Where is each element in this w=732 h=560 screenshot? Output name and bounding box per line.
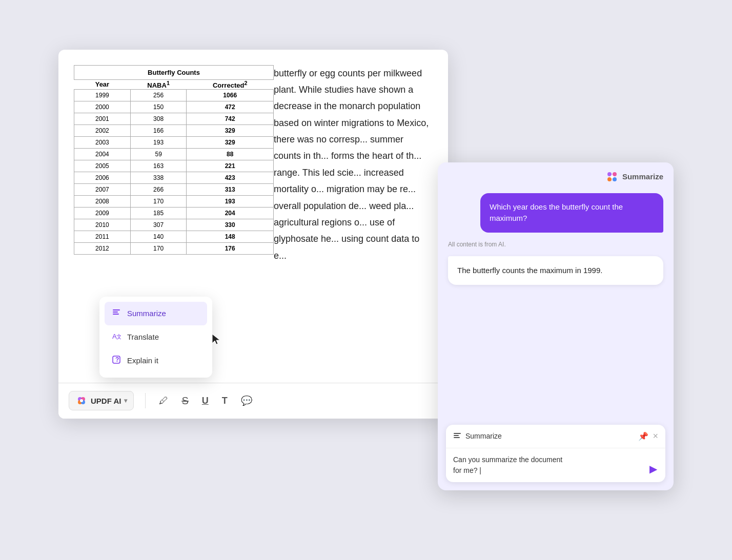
dropdown-item-translate[interactable]: A 文 Translate (105, 325, 207, 349)
text-tool[interactable]: T (220, 393, 230, 408)
ai-response-bubble: The butterfly counts the maximum in 1999… (448, 256, 663, 285)
table-row: 2003193329 (74, 136, 274, 148)
input-mode-icon (453, 432, 461, 440)
ai-input-field: Can you summarize the document for me? |… (446, 448, 665, 482)
document-panel: Butterfly Counts Year NABA1 Corrected2 1… (58, 50, 448, 419)
toolbar: UPDF AI ▾ 🖊 S U T 💬 (58, 383, 448, 419)
cursor-arrow (211, 333, 222, 349)
dropdown-item-summarize[interactable]: Summarize (105, 302, 207, 325)
ai-input-header: Summarize 📌 × (446, 425, 665, 448)
table-row: 2005163221 (74, 160, 274, 172)
user-question-text: Which year does the butterfly count the … (490, 202, 623, 223)
svg-rect-5 (113, 309, 120, 310)
dropdown-item-explain[interactable]: ? Explain it (105, 349, 207, 372)
svg-point-4 (80, 399, 83, 402)
svg-point-15 (613, 177, 617, 181)
close-button[interactable]: × (653, 431, 658, 442)
table-row: 2002166329 (74, 125, 274, 136)
table-row: 2008170193 (74, 195, 274, 207)
ai-input-area: Summarize 📌 × Can you summarize the docu… (446, 425, 665, 482)
highlight-tool[interactable]: 🖊 (157, 393, 170, 408)
strikethrough-tool[interactable]: S (179, 393, 190, 409)
explain-icon: ? (112, 355, 121, 366)
document-text: butterfly or egg counts per milkweed pla… (274, 65, 433, 264)
ai-mode-header: Summarize (438, 162, 674, 183)
underline-tool[interactable]: U (200, 393, 211, 408)
svg-rect-17 (454, 433, 461, 434)
col-naba: NABA1 (130, 79, 187, 89)
table-row: 2006338423 (74, 172, 274, 183)
toolbar-chevron-icon: ▾ (124, 397, 127, 404)
svg-point-12 (607, 172, 612, 176)
summarize-icon (112, 308, 121, 319)
svg-rect-7 (113, 314, 119, 315)
ai-chat-input[interactable]: Can you summarize the document for me? | (453, 454, 644, 476)
ai-send-button[interactable]: ▶ (648, 462, 658, 476)
ai-response-text: The butterfly counts the maximum in 1999… (457, 266, 602, 275)
translate-label: Translate (127, 333, 159, 341)
svg-rect-18 (454, 435, 459, 436)
summarize-label: Summarize (127, 309, 166, 318)
butterfly-table-container: Butterfly Counts Year NABA1 Corrected2 1… (74, 65, 274, 255)
toolbar-brand-label: UPDF AI (91, 397, 121, 405)
ai-chat-panel: Summarize Which year does the butterfly … (438, 162, 674, 490)
svg-point-13 (613, 172, 617, 176)
explain-label: Explain it (127, 356, 158, 365)
table-title: Butterfly Counts (74, 65, 274, 79)
updf-ai-button[interactable]: UPDF AI ▾ (69, 391, 134, 410)
table-row: 2012170176 (74, 242, 274, 254)
butterfly-table: Butterfly Counts Year NABA1 Corrected2 1… (74, 65, 274, 255)
user-message-bubble: Which year does the butterfly count the … (480, 193, 663, 233)
ai-panel-body: Which year does the butterfly count the … (438, 183, 674, 425)
table-row: 20045988 (74, 148, 274, 160)
table-row: 19992561066 (74, 89, 274, 101)
toolbar-separator (145, 393, 146, 408)
updf-logo-icon (75, 395, 88, 407)
table-row: 2000150472 (74, 101, 274, 113)
ai-mode-label: Summarize (622, 172, 663, 181)
comment-tool[interactable]: 💬 (239, 393, 254, 408)
ai-dropdown-menu: Summarize A 文 Translate ? E (99, 297, 212, 378)
table-row: 2007266313 (74, 183, 274, 195)
table-row: 2009185204 (74, 207, 274, 219)
svg-text:?: ? (115, 356, 119, 363)
pin-button[interactable]: 📌 (638, 431, 648, 441)
table-row: 2011140148 (74, 231, 274, 242)
col-year: Year (74, 79, 131, 89)
table-row: 2001308742 (74, 113, 274, 125)
svg-rect-6 (113, 312, 118, 313)
translate-icon: A 文 (112, 331, 121, 343)
input-mode-label: Summarize (465, 432, 634, 440)
svg-rect-19 (454, 437, 460, 438)
ai-disclaimer: All content is from AI. (448, 241, 663, 248)
col-corrected: Corrected2 (187, 79, 274, 89)
svg-point-16 (611, 175, 614, 178)
table-row: 2010307330 (74, 219, 274, 231)
svg-point-14 (607, 177, 612, 181)
svg-text:文: 文 (116, 334, 121, 340)
ai-logo-dots (606, 171, 618, 183)
